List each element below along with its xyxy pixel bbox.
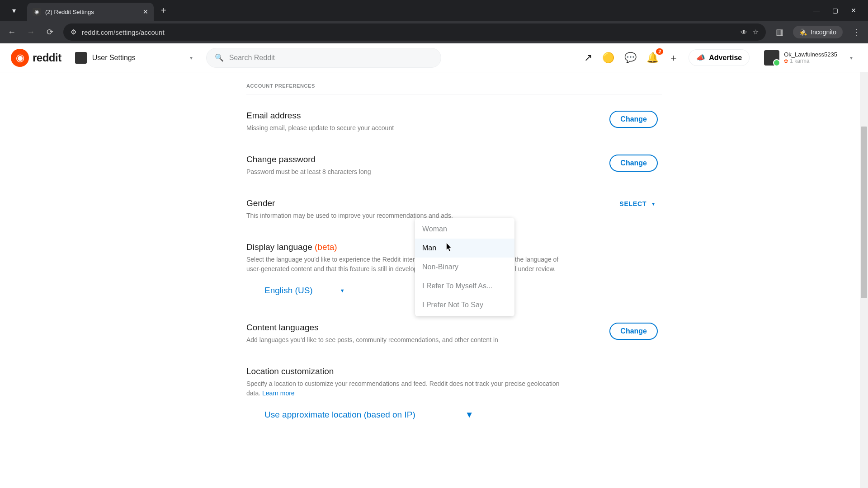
scrollbar-thumb[interactable] [861,127,867,298]
create-post-icon[interactable]: ＋ [669,51,679,65]
location-dropdown[interactable]: Use approximate location (based on IP) ▼ [264,410,474,420]
content-lang-desc: Add languages you'd like to see posts, c… [246,335,572,345]
new-tab-button[interactable]: + [157,4,170,18]
search-input[interactable]: 🔍 Search Reddit [206,48,441,68]
side-panel-icon[interactable]: ▥ [774,27,785,37]
password-desc: Password must be at least 8 characters l… [246,167,572,177]
user-info: Ok_Lawfulness5235 ✿1 karma [784,51,837,64]
display-lang-desc: Select the language you'd like to experi… [246,255,572,274]
change-password-button[interactable]: Change [609,155,658,172]
coin-icon[interactable]: 🟡 [602,52,614,64]
password-title: Change password [246,155,609,164]
setting-content-languages: Content languages Add languages you'd li… [246,323,658,345]
nav-dropdown-label: User Settings [92,54,136,62]
nav-avatar-icon [75,52,87,64]
setting-location: Location customization Specify a locatio… [246,366,658,420]
tab-search-icon[interactable]: ▾ [5,3,24,18]
incognito-label: Incognito [811,28,836,36]
section-label: ACCOUNT PREFERENCES [246,72,662,94]
setting-gender: Gender This information may be used to i… [246,198,658,221]
incognito-icon: 🕵 [799,28,807,36]
tab-title: (2) Reddit Settings [45,9,138,15]
karma-icon: ✿ [784,58,788,64]
megaphone-icon: 📣 [696,53,705,62]
url-text: reddit.com/settings/account [82,28,735,36]
caret-down-icon: ▼ [651,202,656,206]
setting-password: Change password Password must be at leas… [246,155,658,177]
caret-down-icon: ▼ [340,288,345,293]
display-lang-value: English (US) [264,286,313,296]
location-value: Use approximate location (based on IP) [264,410,415,420]
gender-desc: This information may be used to improve … [246,211,572,221]
chevron-down-icon: ▾ [190,55,193,61]
search-icon: 🔍 [215,53,224,62]
gender-option-selfdescribe[interactable]: I Refer To Myself As... [415,277,514,296]
notifications-icon[interactable]: 🔔 2 [646,52,659,64]
user-avatar [764,50,779,66]
gender-select-button[interactable]: SELECT ▼ [618,198,658,209]
header-actions: ↗ 🟡 💬 🔔 2 ＋ 📣 Advertise Ok_Lawfulness523… [584,48,857,67]
browser-toolbar: ← → ⟳ ⚙ reddit.com/settings/account 👁 ☆ … [0,21,868,43]
beta-label: (beta) [315,242,337,252]
tab-strip: ▾ ◉ (2) Reddit Settings ✕ + — ▢ ✕ [0,0,868,21]
browser-tab[interactable]: ◉ (2) Reddit Settings ✕ [27,3,154,21]
reload-button[interactable]: ⟳ [44,27,55,37]
reddit-logo[interactable]: ◉ reddit [11,49,61,67]
advertise-button[interactable]: 📣 Advertise [689,49,750,66]
incognito-eye-icon[interactable]: 👁 [741,28,747,36]
display-lang-title-text: Display language [246,242,312,252]
back-button[interactable]: ← [6,28,17,37]
maximize-icon[interactable]: ▢ [832,7,838,14]
location-desc: Specify a location to customize your rec… [246,379,572,398]
reddit-favicon: ◉ [33,8,41,16]
gender-title: Gender [246,198,618,208]
gender-option-prefernot[interactable]: I Prefer Not To Say [415,296,514,314]
learn-more-link[interactable]: Learn more [262,389,295,397]
gender-option-woman[interactable]: Woman [415,220,514,239]
email-desc: Missing email, please update to secure y… [246,123,572,133]
username: Ok_Lawfulness5235 [784,51,837,58]
change-content-lang-button[interactable]: Change [609,323,658,340]
nav-dropdown[interactable]: User Settings ▾ [71,49,197,66]
minimize-icon[interactable]: — [813,7,820,14]
search-placeholder: Search Reddit [229,54,275,62]
bookmark-star-icon[interactable]: ☆ [753,28,759,36]
gender-dropdown-menu: Woman Man Non-Binary I Refer To Myself A… [415,218,514,316]
chevron-down-icon: ▾ [850,55,853,61]
close-tab-icon[interactable]: ✕ [143,8,148,15]
location-title: Location customization [246,366,572,376]
change-email-button[interactable]: Change [609,111,658,128]
scrollbar-track[interactable] [860,72,868,488]
display-language-dropdown[interactable]: English (US) ▼ [264,286,345,296]
notification-badge: 2 [656,48,663,55]
settings-body: ACCOUNT PREFERENCES Email address Missin… [0,72,868,488]
window-controls: — ▢ ✕ [813,7,863,14]
content-lang-title: Content languages [246,323,609,333]
close-window-icon[interactable]: ✕ [851,7,856,14]
chat-icon[interactable]: 💬 [624,52,637,64]
gender-option-nonbinary[interactable]: Non-Binary [415,258,514,277]
browser-chrome: ▾ ◉ (2) Reddit Settings ✕ + — ▢ ✕ ← → ⟳ … [0,0,868,43]
user-menu[interactable]: Ok_Lawfulness5235 ✿1 karma ▾ [760,48,857,67]
browser-menu-icon[interactable]: ⋮ [851,27,862,37]
display-lang-title: Display language (beta) [246,242,572,252]
gender-select-label: SELECT [619,200,646,207]
address-bar[interactable]: ⚙ reddit.com/settings/account 👁 ☆ [63,23,766,41]
incognito-indicator[interactable]: 🕵 Incognito [793,26,843,38]
popular-icon[interactable]: ↗ [584,52,592,64]
page-content: ◉ reddit User Settings ▾ 🔍 Search Reddit… [0,43,868,488]
karma-text: 1 karma [790,58,809,64]
snoo-icon: ◉ [11,49,29,67]
caret-down-icon: ▼ [465,410,474,420]
forward-button: → [25,28,36,37]
site-settings-icon[interactable]: ⚙ [71,28,76,36]
setting-email: Email address Missing email, please upda… [246,111,658,133]
email-title: Email address [246,111,609,121]
gender-option-man[interactable]: Man [415,239,514,258]
reddit-wordmark: reddit [33,52,61,64]
reddit-header: ◉ reddit User Settings ▾ 🔍 Search Reddit… [0,43,868,72]
advertise-label: Advertise [709,54,742,62]
